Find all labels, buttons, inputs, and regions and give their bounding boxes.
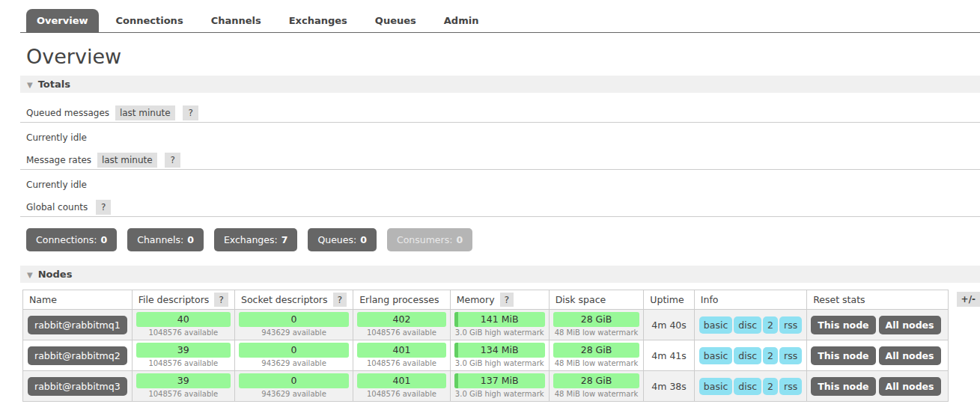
disk-space-cell: 28 GiB48 MiB low watermark <box>549 371 644 402</box>
disk-space-cell: 28 GiB48 MiB low watermark <box>549 310 644 340</box>
node-row-rabbitmq1: rabbit@rabbitmq1 401048576 available 094… <box>23 310 949 340</box>
reset-all-nodes-button[interactable]: All nodes <box>879 346 941 365</box>
socket-descriptors-bar: 0 <box>239 343 349 358</box>
tab-overview[interactable]: Overview <box>26 9 99 32</box>
uptime-cell: 4m 40s <box>644 310 695 340</box>
tab-queues[interactable]: Queues <box>365 9 427 32</box>
erlang-processes-note: 1048576 available <box>357 328 446 337</box>
exchanges-count-value: 7 <box>281 234 288 245</box>
node-row-rabbitmq2: rabbit@rabbitmq2 391048576 available 094… <box>23 340 949 371</box>
file-descriptors-note: 1048576 available <box>136 390 231 398</box>
file-descriptors-note: 1048576 available <box>136 328 231 337</box>
file-descriptors-bar: 39 <box>136 373 231 388</box>
reset-all-nodes-button[interactable]: All nodes <box>879 377 941 396</box>
erlang-processes-bar: 401 <box>357 343 446 358</box>
chevron-down-icon: ▼ <box>27 271 33 279</box>
tab-admin[interactable]: Admin <box>433 9 490 32</box>
message-rates-label: Message rates <box>26 155 91 165</box>
channels-count-button[interactable]: Channels:0 <box>127 228 204 251</box>
disk-space-bar: 28 GiB <box>553 312 640 327</box>
reset-this-node-button[interactable]: This node <box>811 316 875 334</box>
node-name-badge[interactable]: rabbit@rabbitmq3 <box>28 377 127 396</box>
info-cell: basicdisc2rss <box>694 371 806 402</box>
erlang-processes-cell: 4011048576 available <box>353 371 451 402</box>
col-header-uptime: Uptime <box>644 290 695 310</box>
erlang-processes-cell: 4021048576 available <box>353 310 451 340</box>
info-badge-rss: rss <box>779 347 802 364</box>
erlang-processes-note: 1048576 available <box>357 359 446 367</box>
message-rates-help-icon[interactable]: ? <box>165 153 180 168</box>
queued-messages-header: Queued messages last minute ? <box>20 105 980 123</box>
file-descriptors-help-icon[interactable]: ? <box>214 293 228 307</box>
section-title-totals: Totals <box>38 79 70 90</box>
socket-descriptors-note: 943629 available <box>239 328 349 337</box>
exchanges-count-button[interactable]: Exchanges:7 <box>214 228 298 251</box>
queues-count-button[interactable]: Queues:0 <box>308 228 377 251</box>
file-descriptors-note: 1048576 available <box>136 359 231 367</box>
col-header-disk-space: Disk space <box>549 290 644 310</box>
node-row-rabbitmq3: rabbit@rabbitmq3 391048576 available 094… <box>23 371 949 402</box>
node-name-badge[interactable]: rabbit@rabbitmq1 <box>28 316 127 334</box>
file-descriptors-bar: 39 <box>136 343 231 358</box>
section-header-nodes[interactable]: ▼Nodes <box>20 266 980 283</box>
uptime-cell: 4m 41s <box>644 340 695 371</box>
section-title-nodes: Nodes <box>38 269 73 280</box>
file-descriptors-cell: 391048576 available <box>132 371 234 402</box>
connections-count-button[interactable]: Connections:0 <box>26 228 117 251</box>
memory-bar: 137 MiB <box>454 373 545 388</box>
memory-cell: 137 MiB3.0 GiB high watermark <box>450 371 549 402</box>
memory-help-icon[interactable]: ? <box>500 293 514 307</box>
message-rates-rate-selector[interactable]: last minute <box>97 153 157 168</box>
reset-stats-cell: This nodeAll nodes <box>807 310 948 340</box>
info-badge-basic: basic <box>699 316 732 334</box>
node-name-badge[interactable]: rabbit@rabbitmq2 <box>28 346 127 365</box>
info-badge-disc: disc <box>734 378 761 395</box>
top-nav-tabbar: Overview Connections Channels Exchanges … <box>20 9 980 33</box>
file-descriptors-cell: 391048576 available <box>132 340 234 371</box>
connections-count-label: Connections: <box>36 234 97 245</box>
col-header-memory: Memory? <box>450 290 549 310</box>
memory-used-stripe <box>454 343 458 358</box>
queued-messages-help-icon[interactable]: ? <box>183 105 198 120</box>
info-badge-basic: basic <box>699 378 732 395</box>
col-header-file-descriptors: File descriptors? <box>132 290 234 310</box>
info-badge-rss: rss <box>779 378 802 395</box>
memory-used-stripe <box>454 373 458 388</box>
memory-note: 3.0 GiB high watermark <box>454 359 545 367</box>
nodes-table: Name File descriptors? Socket descriptor… <box>22 290 949 402</box>
tab-exchanges[interactable]: Exchanges <box>279 9 358 32</box>
memory-used-stripe <box>454 312 458 327</box>
info-cell: basicdisc2rss <box>694 340 806 371</box>
nodes-table-header-row: Name File descriptors? Socket descriptor… <box>23 290 949 310</box>
reset-stats-cell: This nodeAll nodes <box>807 340 948 371</box>
col-header-name: Name <box>23 290 133 310</box>
reset-this-node-button[interactable]: This node <box>811 346 875 365</box>
memory-cell: 134 MiB3.0 GiB high watermark <box>450 340 549 371</box>
erlang-processes-bar: 402 <box>357 312 446 327</box>
reset-this-node-button[interactable]: This node <box>811 377 875 396</box>
disk-space-bar: 28 GiB <box>553 343 640 358</box>
queued-messages-rate-selector[interactable]: last minute <box>115 105 175 120</box>
global-counts-label: Global counts <box>26 202 88 212</box>
erlang-processes-bar: 401 <box>357 373 446 388</box>
page-title: Overview <box>26 45 980 68</box>
socket-descriptors-cell: 0943629 available <box>234 371 353 402</box>
file-descriptors-cell: 401048576 available <box>132 310 234 340</box>
socket-descriptors-cell: 0943629 available <box>234 340 353 371</box>
socket-descriptors-bar: 0 <box>239 373 349 388</box>
tab-connections[interactable]: Connections <box>106 9 194 32</box>
channels-count-value: 0 <box>187 234 194 245</box>
info-cell: basicdisc2rss <box>694 310 806 340</box>
col-header-info: Info <box>694 290 806 310</box>
tab-channels[interactable]: Channels <box>201 9 272 32</box>
totals-body: Queued messages last minute ? Currently … <box>20 105 980 251</box>
column-add-remove-button[interactable]: +/- <box>957 292 980 307</box>
reset-all-nodes-button[interactable]: All nodes <box>879 316 941 334</box>
connections-count-value: 0 <box>100 234 107 245</box>
chevron-down-icon: ▼ <box>27 81 33 89</box>
socket-descriptors-help-icon[interactable]: ? <box>333 293 347 307</box>
consumers-count-button: Consumers:0 <box>387 228 472 251</box>
global-counts-buttons: Connections:0 Channels:0 Exchanges:7 Que… <box>26 228 980 251</box>
section-header-totals[interactable]: ▼Totals <box>20 76 980 93</box>
global-counts-help-icon[interactable]: ? <box>96 200 111 215</box>
